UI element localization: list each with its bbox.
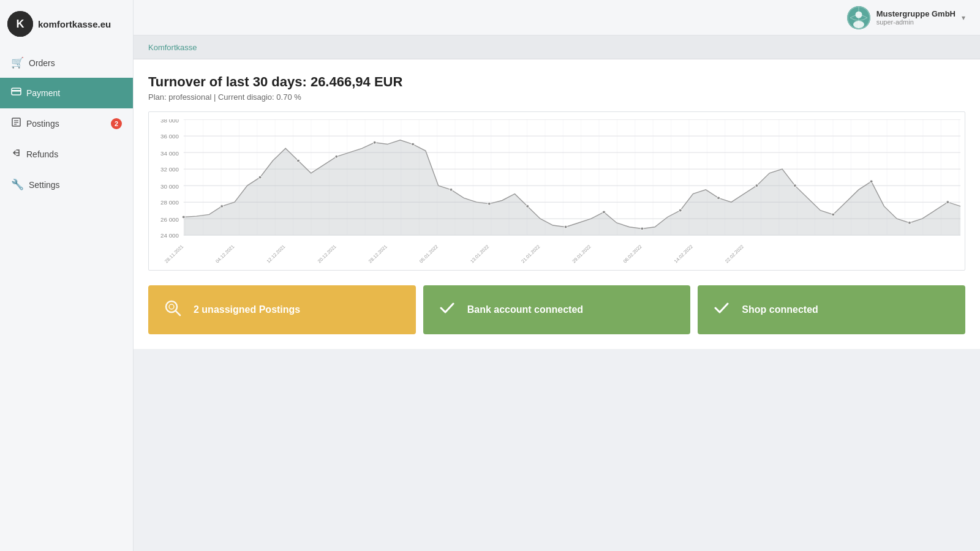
settings-label: Settings — [29, 180, 60, 190]
svg-text:21.01.2022: 21.01.2022 — [520, 244, 541, 264]
svg-point-37 — [450, 189, 453, 192]
svg-point-40 — [564, 225, 567, 228]
svg-point-41 — [603, 211, 606, 214]
svg-point-49 — [908, 222, 911, 225]
logo-text: komfortkasse.eu — [38, 19, 111, 29]
user-dropdown-arrow[interactable]: ▾ — [962, 13, 965, 22]
svg-text:05.01.2022: 05.01.2022 — [418, 244, 439, 264]
svg-point-42 — [641, 227, 644, 230]
svg-point-47 — [832, 213, 835, 216]
user-name: Mustergruppe GmbH — [876, 9, 956, 18]
svg-text:30 000: 30 000 — [160, 183, 179, 190]
shop-check-icon — [712, 299, 731, 321]
svg-point-38 — [488, 203, 491, 206]
orders-icon: 🛒 — [11, 56, 24, 69]
gray-footer-area — [134, 349, 980, 471]
payment-icon — [11, 86, 21, 100]
user-role: super-admin — [876, 18, 914, 26]
svg-rect-3 — [12, 90, 21, 92]
main-area: Mustergruppe GmbH super-admin ▾ Komfortk… — [134, 0, 980, 551]
sidebar: K komfortkasse.eu 🛒 Orders Payment — [0, 0, 134, 551]
svg-text:24 000: 24 000 — [160, 232, 179, 239]
user-info: Mustergruppe GmbH super-admin — [876, 9, 956, 26]
svg-text:14.02.2022: 14.02.2022 — [673, 244, 694, 264]
svg-text:38 000: 38 000 — [160, 119, 179, 124]
logo-icon: K — [7, 11, 33, 37]
svg-point-44 — [717, 197, 720, 200]
status-cards: 2 unassigned Postings Bank account conne… — [148, 285, 965, 334]
refunds-label: Refunds — [26, 149, 58, 159]
sidebar-item-orders[interactable]: 🛒 Orders — [0, 48, 133, 78]
logo-area: K komfortkasse.eu — [0, 0, 133, 48]
shop-card-label: Shop connected — [742, 304, 818, 315]
header: Mustergruppe GmbH super-admin ▾ — [134, 0, 980, 36]
sidebar-item-refunds[interactable]: Refunds — [0, 139, 133, 170]
postings-badge: 2 — [111, 118, 122, 129]
svg-text:13.01.2022: 13.01.2022 — [469, 244, 490, 264]
svg-point-45 — [755, 184, 758, 187]
svg-text:22.02.2022: 22.02.2022 — [724, 244, 745, 264]
svg-point-32 — [258, 176, 262, 179]
settings-icon: 🔧 — [11, 178, 24, 191]
orders-label: Orders — [29, 58, 55, 68]
svg-point-64 — [169, 304, 174, 309]
search-icon — [163, 298, 183, 322]
svg-text:04.12.2021: 04.12.2021 — [214, 244, 235, 264]
content-area: Komfortkasse Turnover of last 30 days: 2… — [134, 36, 980, 551]
avatar — [847, 6, 870, 29]
breadcrumb-text: Komfortkasse — [148, 43, 197, 52]
breadcrumb: Komfortkasse — [134, 36, 980, 59]
shop-card[interactable]: Shop connected — [698, 285, 965, 334]
svg-text:28.12.2021: 28.12.2021 — [368, 244, 388, 264]
bank-card[interactable]: Bank account connected — [423, 285, 691, 334]
svg-point-50 — [946, 201, 949, 204]
svg-text:32 000: 32 000 — [160, 166, 179, 173]
turnover-chart: 38 000 36 000 34 000 32 000 30 000 28 00… — [149, 119, 965, 270]
svg-point-39 — [526, 205, 529, 208]
svg-text:20.12.2021: 20.12.2021 — [317, 244, 337, 264]
bank-card-label: Bank account connected — [467, 304, 583, 315]
svg-text:29.01.2022: 29.01.2022 — [571, 244, 592, 264]
postings-label: Postings — [26, 119, 59, 129]
svg-text:K: K — [17, 18, 24, 30]
payment-label: Payment — [26, 88, 60, 98]
svg-text:28 000: 28 000 — [160, 199, 179, 206]
bank-check-icon — [438, 299, 456, 321]
svg-point-34 — [335, 155, 338, 158]
svg-point-46 — [793, 184, 796, 187]
svg-point-48 — [870, 180, 873, 183]
postings-card-label: 2 unassigned Postings — [194, 304, 300, 315]
svg-text:06.02.2022: 06.02.2022 — [622, 244, 643, 264]
svg-point-43 — [679, 209, 682, 212]
sidebar-item-settings[interactable]: 🔧 Settings — [0, 170, 133, 200]
svg-text:28.11.2021: 28.11.2021 — [164, 244, 184, 264]
svg-point-36 — [412, 143, 415, 146]
sidebar-item-postings[interactable]: Postings 2 — [0, 108, 133, 139]
postings-icon — [11, 117, 21, 130]
postings-card[interactable]: 2 unassigned Postings — [148, 285, 416, 334]
sidebar-item-payment[interactable]: Payment — [0, 78, 133, 108]
page-title: Turnover of last 30 days: 26.466,94 EUR — [148, 74, 965, 90]
page-subtitle: Plan: professional | Current disagio: 0.… — [148, 92, 965, 102]
svg-line-65 — [176, 311, 180, 315]
content-inner: Turnover of last 30 days: 26.466,94 EUR … — [134, 59, 980, 349]
svg-text:12.12.2021: 12.12.2021 — [265, 244, 286, 264]
svg-point-31 — [221, 205, 224, 208]
svg-text:34 000: 34 000 — [160, 150, 179, 157]
svg-text:26 000: 26 000 — [160, 216, 179, 223]
svg-point-35 — [373, 141, 376, 144]
svg-text:36 000: 36 000 — [160, 133, 179, 140]
refunds-icon — [11, 148, 21, 161]
chart-container: 38 000 36 000 34 000 32 000 30 000 28 00… — [148, 111, 965, 271]
svg-point-30 — [182, 216, 185, 219]
svg-point-33 — [296, 159, 300, 162]
